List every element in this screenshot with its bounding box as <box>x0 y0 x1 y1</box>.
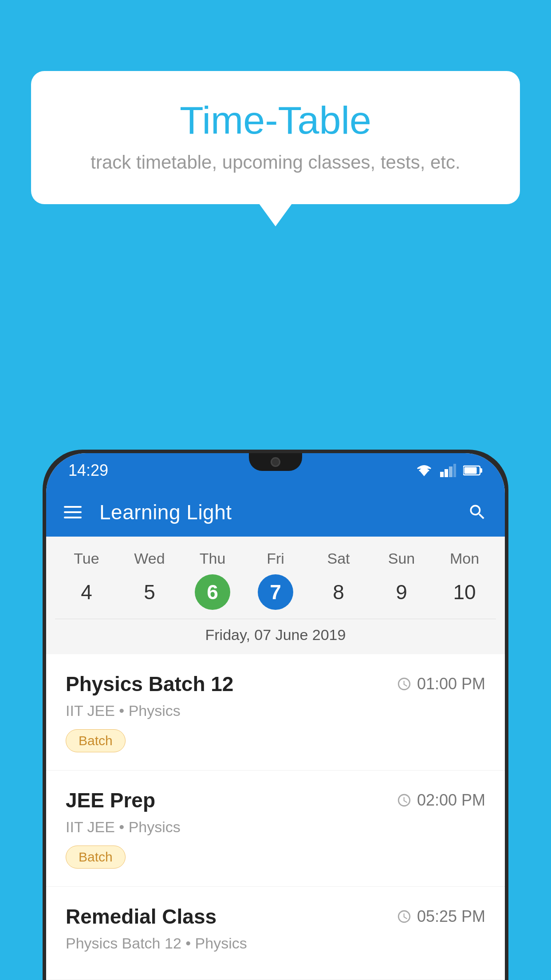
schedule-item-3-title: Remedial Class <box>66 905 216 929</box>
schedule-item-1[interactable]: Physics Batch 12 01:00 PM IIT JEE • Phys… <box>46 654 505 771</box>
status-time: 14:29 <box>68 461 108 480</box>
clock-icon-3 <box>397 909 412 924</box>
day-6-today[interactable]: 6 <box>195 574 230 610</box>
selected-date-label: Friday, 07 June 2019 <box>55 619 496 654</box>
day-header-mon: Mon <box>433 550 496 567</box>
hero-title: Time-Table <box>67 98 484 143</box>
schedule-item-2-time: 02:00 PM <box>397 791 485 810</box>
day-10[interactable]: 10 <box>447 574 482 610</box>
batch-badge-2: Batch <box>66 846 126 869</box>
phone-border: 14:29 <box>43 450 508 980</box>
day-header-tue: Tue <box>55 550 118 567</box>
day-header-sat: Sat <box>307 550 370 567</box>
day-header-wed: Wed <box>118 550 181 567</box>
status-icons <box>415 464 483 477</box>
schedule-item-2-header: JEE Prep 02:00 PM <box>66 788 485 812</box>
schedule-item-1-title: Physics Batch 12 <box>66 672 233 696</box>
svg-rect-3 <box>449 466 453 477</box>
svg-rect-7 <box>464 467 477 474</box>
phone-mockup: 14:29 <box>43 450 508 980</box>
hamburger-menu-icon[interactable] <box>64 506 82 518</box>
schedule-item-1-subtitle: IIT JEE • Physics <box>66 702 485 719</box>
day-5[interactable]: 5 <box>132 574 167 610</box>
schedule-list: Physics Batch 12 01:00 PM IIT JEE • Phys… <box>46 654 505 980</box>
day-8[interactable]: 8 <box>321 574 356 610</box>
day-header-sun: Sun <box>370 550 433 567</box>
day-numbers: 4 5 6 7 8 9 10 <box>55 574 496 610</box>
schedule-item-3-time: 05:25 PM <box>397 907 485 926</box>
day-9[interactable]: 9 <box>384 574 419 610</box>
schedule-item-1-time: 01:00 PM <box>397 675 485 693</box>
day-header-thu: Thu <box>181 550 244 567</box>
calendar-strip: Tue Wed Thu Fri Sat Sun Mon 4 5 6 7 8 <box>46 537 505 654</box>
signal-icon <box>440 464 456 477</box>
day-4[interactable]: 4 <box>69 574 104 610</box>
schedule-item-3-header: Remedial Class 05:25 PM <box>66 905 485 929</box>
schedule-item-2[interactable]: JEE Prep 02:00 PM IIT JEE • Physics Batc… <box>46 771 505 887</box>
wifi-icon <box>415 464 433 477</box>
day-header-fri: Fri <box>244 550 307 567</box>
search-icon[interactable] <box>468 502 487 522</box>
app-bar-title: Learning Light <box>99 500 450 524</box>
phone-screen: 14:29 <box>46 453 505 980</box>
app-bar: Learning Light <box>46 488 505 537</box>
schedule-item-3-subtitle: Physics Batch 12 • Physics <box>66 935 485 952</box>
battery-icon <box>463 464 483 477</box>
phone-body: 14:29 <box>46 453 505 980</box>
hero-subtitle: track timetable, upcoming classes, tests… <box>67 152 484 173</box>
hero-card: Time-Table track timetable, upcoming cla… <box>31 71 520 204</box>
schedule-item-2-subtitle: IIT JEE • Physics <box>66 818 485 836</box>
schedule-item-2-title: JEE Prep <box>66 788 155 812</box>
camera <box>271 457 280 467</box>
notch <box>249 453 302 471</box>
status-bar: 14:29 <box>46 453 505 488</box>
clock-icon-2 <box>397 793 412 808</box>
svg-rect-6 <box>480 468 482 473</box>
day-headers: Tue Wed Thu Fri Sat Sun Mon <box>55 550 496 567</box>
svg-marker-0 <box>420 471 429 476</box>
clock-icon-1 <box>397 676 412 692</box>
svg-rect-4 <box>453 464 456 477</box>
batch-badge-1: Batch <box>66 729 126 752</box>
svg-rect-2 <box>445 469 448 477</box>
schedule-item-3[interactable]: Remedial Class 05:25 PM Physics Batch 12… <box>46 887 505 980</box>
day-7-selected[interactable]: 7 <box>258 574 293 610</box>
svg-rect-1 <box>440 472 444 477</box>
schedule-item-1-header: Physics Batch 12 01:00 PM <box>66 672 485 696</box>
